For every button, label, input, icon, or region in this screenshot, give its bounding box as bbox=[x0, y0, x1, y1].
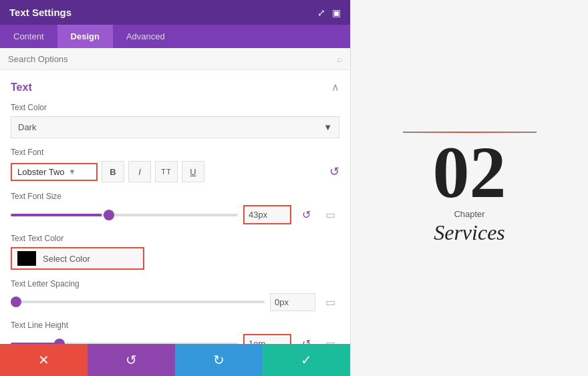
preview-panel: 02 Chapter Services bbox=[351, 0, 588, 376]
color-picker-button[interactable]: Select Color bbox=[11, 247, 144, 270]
color-swatch bbox=[17, 251, 36, 266]
letter-spacing-slider-wrap bbox=[11, 301, 265, 303]
redo-button[interactable]: ↻ bbox=[175, 344, 263, 376]
tab-advanced[interactable]: Advanced bbox=[113, 25, 178, 48]
preview-number: 02 bbox=[403, 136, 537, 209]
letter-spacing-controls: ▭ bbox=[11, 293, 339, 311]
color-picker-label: Select Color bbox=[43, 254, 90, 264]
section-title: Text bbox=[11, 81, 32, 93]
text-font-size-row: Text Font Size ↺ ▭ bbox=[11, 192, 339, 224]
panel-header: Text Settings ⤢ ▣ bbox=[0, 0, 350, 25]
font-size-slider-wrap bbox=[11, 214, 238, 216]
font-size-input-wrap bbox=[243, 205, 291, 224]
font-size-controls: ↺ ▭ bbox=[11, 205, 339, 224]
text-color-dropdown[interactable]: Dark ▼ bbox=[11, 116, 339, 138]
layout-icon[interactable]: ▣ bbox=[332, 7, 341, 18]
letter-spacing-input[interactable] bbox=[270, 293, 315, 311]
font-controls: Lobster Two ▼ B I TT U ↺ bbox=[11, 161, 339, 182]
search-input[interactable] bbox=[8, 54, 337, 64]
underline-button[interactable]: U bbox=[182, 161, 204, 182]
font-select-wrap[interactable]: Lobster Two ▼ bbox=[11, 163, 98, 181]
panel-header-icons: ⤢ ▣ bbox=[317, 7, 341, 18]
save-button[interactable]: ✓ bbox=[263, 344, 350, 376]
text-text-color-label: Text Text Color bbox=[11, 234, 339, 243]
text-font-label: Text Font bbox=[11, 148, 339, 157]
line-height-controls: ↺ ▭ bbox=[11, 334, 339, 344]
text-text-color-row: Text Text Color Select Color bbox=[11, 234, 339, 270]
expand-icon[interactable]: ⤢ bbox=[317, 7, 325, 18]
tab-content[interactable]: Content bbox=[0, 25, 57, 48]
bottom-bar: ✕ ↺ ↻ ✓ bbox=[0, 344, 350, 376]
section-collapse-icon[interactable]: ∧ bbox=[331, 81, 339, 93]
font-reset-icon[interactable]: ↺ bbox=[329, 164, 339, 179]
font-name: Lobster Two bbox=[17, 167, 65, 177]
uppercase-button[interactable]: TT bbox=[155, 161, 178, 182]
line-height-input[interactable] bbox=[245, 335, 290, 344]
chevron-down-icon: ▼ bbox=[323, 122, 332, 132]
cancel-button[interactable]: ✕ bbox=[0, 344, 88, 376]
italic-button[interactable]: I bbox=[128, 161, 151, 182]
letter-spacing-slider[interactable] bbox=[11, 301, 265, 303]
font-chevron: ▼ bbox=[69, 168, 76, 176]
letter-spacing-responsive-icon[interactable]: ▭ bbox=[321, 293, 339, 311]
preview-title: Services bbox=[403, 220, 537, 245]
reset-button[interactable]: ↺ bbox=[88, 344, 175, 376]
font-size-responsive-icon[interactable]: ▭ bbox=[321, 206, 339, 224]
line-height-responsive-icon[interactable]: ▭ bbox=[321, 335, 339, 345]
text-letter-spacing-label: Text Letter Spacing bbox=[11, 279, 339, 289]
search-bar: ⌕ bbox=[0, 48, 350, 70]
text-color-value: Dark bbox=[18, 122, 36, 132]
text-color-row: Text Color Dark ▼ bbox=[11, 103, 339, 138]
bold-button[interactable]: B bbox=[102, 161, 124, 182]
panel-content: Text ∧ Text Color Dark ▼ Text Font Lobst… bbox=[0, 70, 350, 344]
section-header: Text ∧ bbox=[11, 81, 339, 93]
search-icon: ⌕ bbox=[337, 53, 342, 64]
text-letter-spacing-row: Text Letter Spacing ▭ bbox=[11, 279, 339, 311]
font-size-reset-icon[interactable]: ↺ bbox=[297, 206, 315, 224]
text-font-row: Text Font Lobster Two ▼ B I TT U ↺ bbox=[11, 148, 339, 182]
font-size-slider[interactable] bbox=[11, 214, 238, 216]
text-line-height-label: Text Line Height bbox=[11, 321, 339, 330]
text-color-label: Text Color bbox=[11, 103, 339, 112]
text-font-size-label: Text Font Size bbox=[11, 192, 339, 201]
text-line-height-row: Text Line Height ↺ ▭ bbox=[11, 321, 339, 344]
font-size-input[interactable] bbox=[245, 206, 290, 223]
panel-title: Text Settings bbox=[9, 7, 71, 18]
tabs-bar: Content Design Advanced bbox=[0, 25, 350, 48]
tab-design[interactable]: Design bbox=[57, 25, 113, 48]
line-height-reset-icon[interactable]: ↺ bbox=[297, 335, 315, 345]
preview-content: 02 Chapter Services bbox=[403, 132, 537, 245]
line-height-input-wrap bbox=[243, 334, 291, 344]
